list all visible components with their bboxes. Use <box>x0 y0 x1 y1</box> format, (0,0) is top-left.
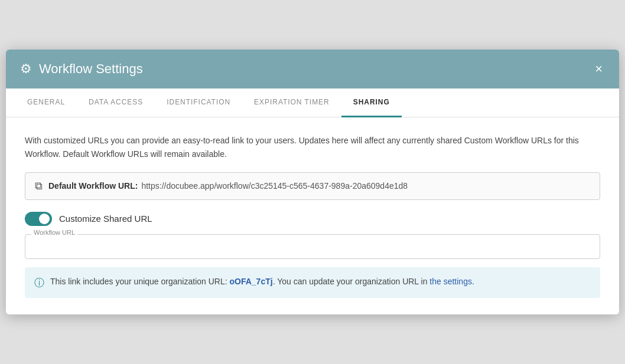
content-area: With customized URLs you can provide an … <box>6 117 619 314</box>
info-text-before: This link includes your unique organizat… <box>50 277 230 286</box>
tab-data-access[interactable]: DATA ACCESS <box>77 88 155 117</box>
info-text: This link includes your unique organizat… <box>50 276 474 288</box>
tabs-bar: GENERAL DATA ACCESS IDENTIFICATION EXPIR… <box>6 88 619 117</box>
info-org-url[interactable]: oOFA_7cTj <box>230 277 273 286</box>
workflow-settings-modal: ⚙ Workflow Settings × GENERAL DATA ACCES… <box>6 50 619 314</box>
workflow-url-input[interactable] <box>25 235 600 258</box>
copy-icon[interactable]: ⧉ <box>35 180 43 192</box>
workflow-url-group: Workflow URL <box>25 234 600 259</box>
modal-title: Workflow Settings <box>39 61 143 77</box>
tab-sharing[interactable]: SHARING <box>341 88 402 117</box>
settings-link[interactable]: the settings. <box>429 277 474 286</box>
customize-label: Customize Shared URL <box>59 214 152 224</box>
customize-row: Customize Shared URL <box>25 212 600 226</box>
header-left: ⚙ Workflow Settings <box>20 61 143 77</box>
default-url-label: Default Workflow URL: <box>48 181 138 191</box>
modal-header: ⚙ Workflow Settings × <box>6 50 619 88</box>
tab-identification[interactable]: IDENTIFICATION <box>155 88 242 117</box>
customize-toggle[interactable] <box>25 212 52 226</box>
info-box: ⓘ This link includes your unique organiz… <box>25 267 600 298</box>
gear-icon: ⚙ <box>20 61 32 77</box>
description-text: With customized URLs you can provide an … <box>25 134 600 160</box>
default-url-value: https://docubee.app/workflow/c3c25145-c5… <box>141 181 408 191</box>
info-icon: ⓘ <box>34 276 44 290</box>
tab-expiration-timer[interactable]: EXPIRATION TIMER <box>242 88 341 117</box>
default-url-row: ⧉ Default Workflow URL: https://docubee.… <box>25 172 600 200</box>
close-button[interactable]: × <box>593 60 605 78</box>
toggle-slider <box>25 212 52 226</box>
info-text-middle: . You can update your organization URL i… <box>273 277 474 286</box>
workflow-url-legend: Workflow URL <box>31 229 77 236</box>
tab-general[interactable]: GENERAL <box>15 88 77 117</box>
